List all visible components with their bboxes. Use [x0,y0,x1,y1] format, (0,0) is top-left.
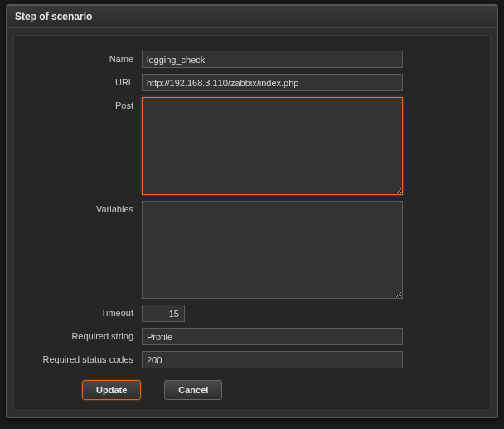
required-status-codes-input[interactable] [142,351,403,368]
timeout-label: Timeout [26,305,142,318]
url-label: URL [26,74,142,87]
row-variables: Variables [26,201,478,299]
post-textarea[interactable] [142,97,403,195]
dialog-body: Name URL Post Variables Timeout Required [7,28,497,417]
required-string-input[interactable] [142,328,403,345]
timeout-input[interactable] [142,305,185,322]
row-post: Post [26,97,478,195]
variables-label: Variables [26,201,142,214]
row-required-status-codes: Required status codes [26,351,478,368]
dialog-title: Step of scenario [7,5,497,28]
row-name: Name [26,51,478,68]
name-input[interactable] [142,51,403,68]
post-label: Post [26,97,142,110]
required-status-codes-label: Required status codes [26,351,142,364]
variables-textarea[interactable] [142,201,403,299]
update-button[interactable]: Update [82,380,141,400]
step-of-scenario-dialog: Step of scenario Name URL Post Variables… [6,4,498,418]
form-panel: Name URL Post Variables Timeout Required [13,35,491,411]
name-label: Name [26,51,142,64]
url-input[interactable] [142,74,403,91]
cancel-button[interactable]: Cancel [164,380,222,400]
row-required-string: Required string [26,328,478,345]
row-url: URL [26,74,478,91]
button-row: Update Cancel [26,380,478,400]
required-string-label: Required string [26,328,142,341]
row-timeout: Timeout [26,305,478,322]
